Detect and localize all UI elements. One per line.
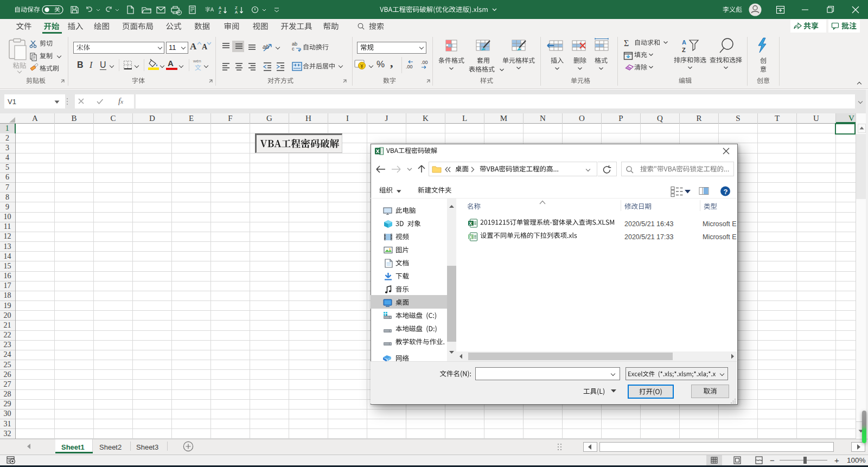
svg-text:Σ: Σ — [624, 39, 629, 48]
svg-text:X: X — [469, 234, 473, 239]
svg-text:X: X — [469, 220, 473, 226]
svg-text:Z: Z — [682, 47, 686, 53]
svg-text:A: A — [682, 39, 686, 46]
svg-text:?: ? — [724, 187, 728, 195]
